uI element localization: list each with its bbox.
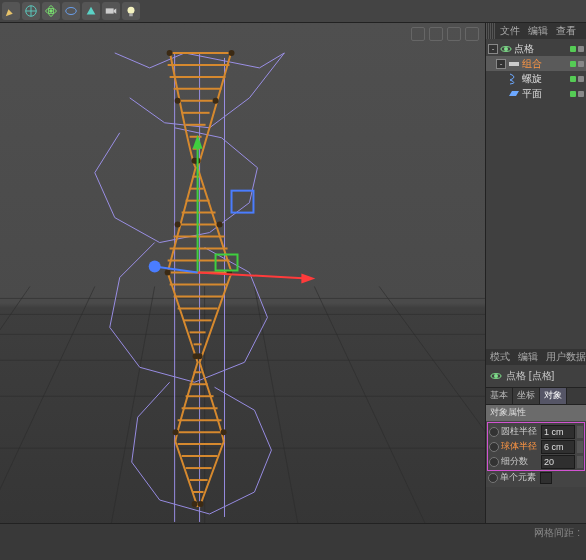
prism-tool[interactable] [82,2,100,20]
svg-point-4 [66,8,77,15]
attr-menu-edit[interactable]: 编辑 [514,350,542,364]
right-panel: 文件 编辑 查看 - 点格 - 组合 螺 [485,23,586,523]
svg-point-68 [217,222,223,228]
single-element-checkbox[interactable] [540,472,552,484]
svg-point-73 [173,429,179,435]
atom-icon [490,370,502,382]
plane-icon [508,88,520,100]
tab-coord[interactable]: 坐标 [513,388,540,404]
menu-edit[interactable]: 编辑 [524,24,552,38]
prop-segments: 细分数 [489,454,583,469]
tab-object[interactable]: 对象 [540,388,567,404]
svg-point-62 [229,50,235,56]
attr-section-title: 对象属性 [486,405,586,421]
sphere-radius-input[interactable] [541,440,575,454]
tree-label-helix: 螺旋 [522,72,568,86]
prop-label: 细分数 [501,455,539,468]
atom-icon [500,43,512,55]
svg-point-82 [149,261,161,273]
pen-tool[interactable] [2,2,20,20]
top-toolbar [0,0,586,23]
status-hint: 网格间距 : [534,526,580,540]
stepper-icon[interactable] [577,456,583,468]
radio-icon[interactable] [489,427,499,437]
svg-point-69 [165,269,171,275]
svg-point-64 [213,98,219,104]
helix-icon [508,73,520,85]
tree-row-plane[interactable]: 平面 [486,86,586,101]
viewport-canvas [0,23,485,523]
svg-point-6 [128,7,135,14]
svg-point-61 [167,50,173,56]
viewport-controls [411,27,479,41]
radio-icon[interactable] [488,473,498,483]
svg-point-88 [494,374,498,378]
panel-grip-icon[interactable] [486,23,496,39]
prop-sphere-radius: 球体半径 [489,439,583,454]
camera-tool[interactable] [102,2,120,20]
prop-label: 圆柱半径 [501,425,539,438]
radio-icon[interactable] [489,442,499,452]
tree-row-zuhe[interactable]: - 组合 [486,56,586,71]
tree-label-root: 点格 [514,42,568,56]
svg-point-74 [221,429,227,435]
expand-icon[interactable]: - [496,59,506,69]
svg-point-67 [175,222,181,228]
prop-label: 单个元素 [500,471,538,484]
ellipse-tool[interactable] [62,2,80,20]
attr-menu-user[interactable]: 用户数据 [542,350,586,364]
viewport-rotate-icon[interactable] [447,27,461,41]
objects-panel-header: 文件 编辑 查看 [486,23,586,39]
tree-label-plane: 平面 [522,87,568,101]
svg-point-75 [192,501,198,507]
viewport[interactable] [0,23,485,523]
status-bar: 网格间距 : [0,523,586,560]
svg-rect-5 [106,8,114,13]
tree-row-root[interactable]: - 点格 [486,41,586,56]
viewport-maximize-icon[interactable] [465,27,479,41]
atom-tool[interactable] [42,2,60,20]
stepper-icon[interactable] [577,426,583,438]
menu-view[interactable]: 查看 [552,24,580,38]
svg-point-72 [197,353,203,359]
svg-point-76 [198,501,204,507]
tree-label-zuhe: 组合 [522,57,568,71]
prop-single-element: 单个元素 [488,470,584,485]
segments-input[interactable] [541,455,575,469]
globe-tool[interactable] [22,2,40,20]
prop-label: 球体半径 [501,440,539,453]
svg-rect-87 [509,62,519,66]
null-icon [508,58,520,70]
tab-basic[interactable]: 基本 [486,388,513,404]
tree-row-helix[interactable]: 螺旋 [486,71,586,86]
attr-object-name: 点格 [点格] [506,369,554,383]
radio-icon[interactable] [489,457,499,467]
attributes-panel-header: 模式 编辑 用户数据 [486,349,586,365]
attributes-panel: 点格 [点格] 基本 坐标 对象 对象属性 圆柱半径 [486,365,586,487]
light-tool[interactable] [122,2,140,20]
prop-cylinder-radius: 圆柱半径 [489,424,583,439]
svg-point-63 [175,98,181,104]
cylinder-radius-input[interactable] [541,425,575,439]
attr-menu-mode[interactable]: 模式 [486,350,514,364]
viewport-pan-icon[interactable] [411,27,425,41]
object-tree[interactable]: - 点格 - 组合 螺旋 平面 [486,39,586,349]
stepper-icon[interactable] [577,441,583,453]
viewport-zoom-icon[interactable] [429,27,443,41]
svg-rect-7 [129,14,133,17]
attribute-tabs: 基本 坐标 对象 [486,387,586,405]
menu-file[interactable]: 文件 [496,24,524,38]
expand-icon[interactable]: - [488,44,498,54]
svg-point-1 [49,9,53,13]
svg-point-85 [504,47,508,51]
